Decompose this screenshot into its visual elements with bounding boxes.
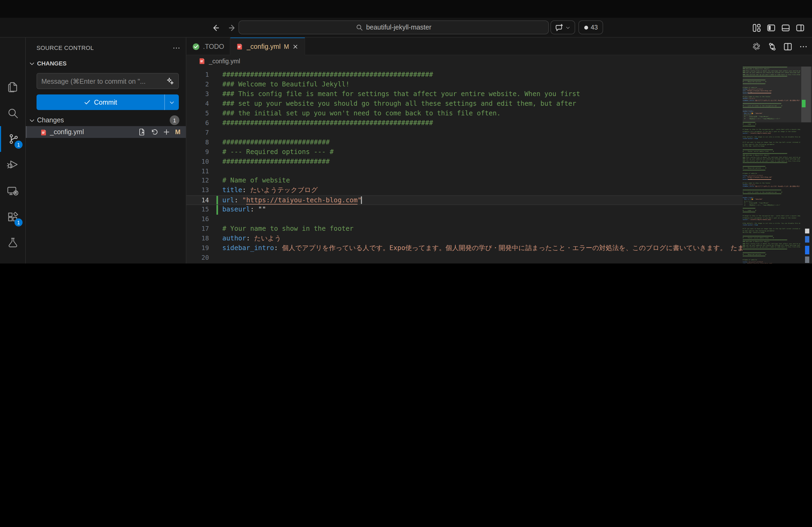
line-number: 14 (186, 196, 209, 206)
customize-layout-icon[interactable] (752, 23, 761, 32)
line-number: 2 (186, 80, 209, 90)
line-number: 12 (186, 176, 209, 186)
compare-changes-icon[interactable] (768, 42, 777, 51)
docker-icon[interactable] (0, 255, 26, 264)
check-icon (84, 99, 91, 106)
line-number: 20 (186, 253, 209, 263)
code-line[interactable]: 5### the initial set up you won't need t… (186, 109, 743, 119)
search-view-icon[interactable] (0, 100, 26, 126)
forward-arrow-icon[interactable] (228, 23, 237, 32)
sidebar-title: SOURCE CONTROL (37, 45, 94, 51)
split-editor-icon[interactable] (784, 42, 792, 51)
code-line[interactable]: 21######################################… (186, 263, 743, 264)
changed-file-row[interactable]: _config.yml M (26, 126, 186, 138)
changes-count-badge: 1 (170, 115, 179, 125)
remote-explorer-icon[interactable] (0, 178, 26, 204)
code-line[interactable]: 16 (186, 215, 743, 225)
tab-config-yml[interactable]: _config.yml M (231, 37, 305, 55)
code-line[interactable]: 7 (186, 128, 743, 138)
run-debug-icon[interactable] (0, 152, 26, 178)
code-line[interactable]: 4### set up your website you should go t… (186, 99, 743, 109)
code-line[interactable]: 15baseurl: "" (186, 205, 743, 215)
overview-mark (805, 246, 809, 254)
modified-gutter-bar (216, 196, 218, 205)
line-number: 7 (186, 128, 209, 138)
openai-gpt-icon[interactable] (752, 42, 761, 51)
back-arrow-icon[interactable] (211, 23, 220, 32)
chat-sparkle-icon (555, 23, 563, 31)
discard-changes-icon[interactable] (150, 128, 158, 136)
toggle-panel-icon[interactable] (781, 23, 790, 32)
commit-button[interactable]: Commit (37, 94, 179, 110)
toggle-secondary-sidebar-icon[interactable] (796, 23, 804, 32)
scm-badge: 1 (14, 140, 23, 149)
changes-tree-header[interactable]: Changes 1 (26, 114, 186, 126)
code-line[interactable]: 11 (186, 167, 743, 176)
tab-todo[interactable]: .TODO (186, 37, 231, 55)
line-number: 6 (186, 119, 209, 128)
command-center-search[interactable]: beautiful-jekyll-master (238, 20, 549, 34)
line-number: 4 (186, 99, 209, 109)
yaml-file-icon (40, 129, 47, 136)
line-number: 18 (186, 234, 209, 244)
overview-mark (805, 257, 809, 263)
breadcrumb[interactable]: _config.yml (199, 55, 240, 66)
usage-counter-badge[interactable]: 43 (578, 20, 603, 34)
activity-bar: 1 1 (0, 37, 26, 264)
code-line[interactable]: 18author: たいよう (186, 234, 743, 244)
code-line[interactable]: 19sidebar_intro: 個人でアプリを作っている人です。Expo使って… (186, 244, 743, 253)
code-line[interactable]: 3### This config file is meant for setti… (186, 90, 743, 99)
explorer-icon[interactable] (0, 74, 26, 100)
extensions-icon[interactable]: 1 (0, 204, 26, 230)
tab-modified-badge: M (284, 43, 289, 50)
changed-file-name: _config.yml (50, 128, 84, 136)
overview-mark (805, 229, 809, 234)
source-control-sidebar: SOURCE CONTROL CHANGES Message (⌘Enter t… (26, 37, 186, 264)
line-number: 8 (186, 138, 209, 147)
title-bar: beautiful-jekyll-master 43 (0, 18, 812, 37)
close-icon[interactable] (292, 43, 299, 50)
commit-dropdown-button[interactable] (164, 94, 179, 110)
workspace-title: beautiful-jekyll-master (366, 24, 431, 31)
testing-icon[interactable] (0, 230, 26, 255)
chevron-down-icon (29, 60, 35, 66)
vertical-scrollbar[interactable] (800, 37, 812, 264)
code-line[interactable]: 20 (186, 253, 743, 263)
scrollbar-thumb[interactable] (801, 66, 811, 122)
todo-check-icon (192, 43, 200, 50)
editor-group: .TODO _config.yml M _config.yml 1#######… (186, 37, 812, 264)
chevron-down-icon (169, 100, 175, 105)
code-line[interactable]: 1#######################################… (186, 70, 743, 80)
changes-section-header[interactable]: CHANGES (29, 59, 67, 68)
code-editor[interactable]: 1#######################################… (186, 66, 743, 264)
code-line[interactable]: 8########################### (186, 138, 743, 147)
code-line[interactable]: 2### Welcome to Beautiful Jekyll! (186, 80, 743, 90)
copilot-chat-button[interactable] (550, 20, 575, 34)
line-number: 9 (186, 147, 209, 157)
overview-mark (805, 236, 809, 243)
more-actions-icon[interactable] (172, 44, 180, 52)
code-line[interactable]: 17# Your name to show in the footer (186, 224, 743, 234)
source-control-icon[interactable]: 1 (0, 126, 26, 152)
open-file-icon[interactable] (138, 128, 146, 136)
line-number: 13 (186, 186, 209, 196)
line-number: 1 (186, 70, 209, 80)
stage-changes-icon[interactable] (163, 128, 170, 136)
dot-icon (584, 25, 589, 30)
sparkle-icon[interactable] (166, 77, 174, 85)
yaml-file-icon (236, 43, 244, 50)
vscode-window: beautiful-jekyll-master 43 1 (0, 0, 812, 264)
code-line[interactable]: 6#######################################… (186, 119, 743, 128)
line-number: 11 (186, 167, 209, 176)
modified-gutter-bar (216, 205, 218, 215)
code-line[interactable]: 10########################### (186, 157, 743, 167)
commit-message-input[interactable]: Message (⌘Enter to commit on "... (37, 73, 179, 89)
line-number: 16 (186, 215, 209, 225)
code-line[interactable]: 9# --- Required options --- # (186, 147, 743, 157)
code-line[interactable]: 13title: たいようテックブログ (186, 186, 743, 196)
code-line[interactable]: 12# Name of website (186, 176, 743, 186)
tab-bar: .TODO _config.yml M (186, 37, 812, 55)
code-line[interactable]: 14url: "https://taiyou-tech-blog.com" (186, 196, 743, 205)
toggle-primary-sidebar-icon[interactable] (767, 23, 775, 32)
line-number: 3 (186, 90, 209, 99)
